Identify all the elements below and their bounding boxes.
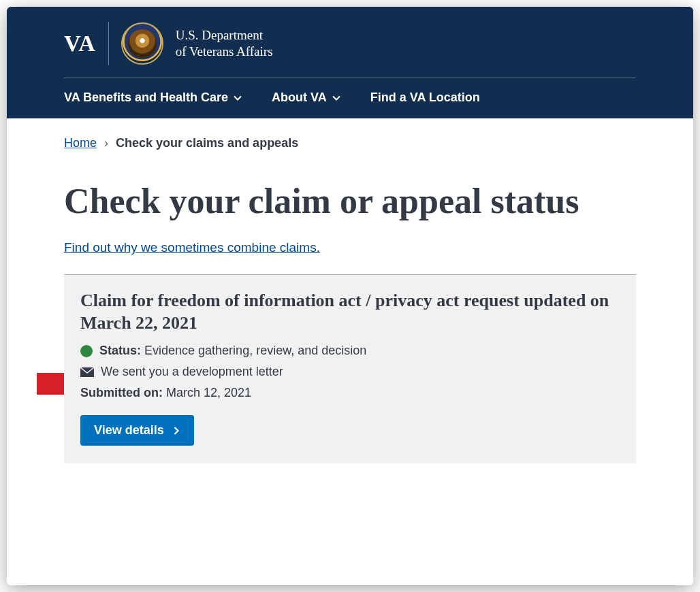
breadcrumb-separator: › [104, 136, 108, 150]
site-header: VA U.S. Department of Veterans Affairs V… [7, 7, 693, 118]
nav-item-label: About VA [272, 91, 327, 105]
nav-item-label: VA Benefits and Health Care [64, 91, 228, 105]
nav-benefits[interactable]: VA Benefits and Health Care [64, 91, 242, 105]
chevron-down-icon [332, 94, 340, 102]
breadcrumb-home-link[interactable]: Home [64, 136, 97, 150]
brand-row: VA U.S. Department of Veterans Affairs [64, 22, 636, 78]
dept-line-2: of Veterans Affairs [176, 44, 273, 60]
primary-nav: VA Benefits and Health Care About VA Fin… [64, 78, 636, 118]
department-name: U.S. Department of Veterans Affairs [176, 27, 273, 60]
main-content: Home › Check your claims and appeals Che… [57, 118, 643, 491]
page-frame: VA U.S. Department of Veterans Affairs V… [7, 7, 693, 585]
submitted-label: Submitted on: [80, 386, 163, 399]
chevron-right-icon [172, 427, 180, 435]
chevron-down-icon [234, 94, 242, 102]
claim-mail-row: We sent you a development letter [80, 365, 620, 379]
dept-line-1: U.S. Department [176, 27, 273, 44]
submitted-value: March 12, 2021 [166, 386, 251, 399]
mail-text: We sent you a development letter [101, 365, 283, 379]
nav-about[interactable]: About VA [272, 91, 340, 105]
claim-submitted-row: Submitted on: March 12, 2021 [80, 386, 620, 400]
nav-item-label: Find a VA Location [370, 91, 480, 105]
envelope-icon [80, 367, 94, 377]
claim-title: Claim for freedom of information act / p… [80, 290, 620, 334]
claim-card: Claim for freedom of information act / p… [64, 274, 636, 463]
nav-find-location[interactable]: Find a VA Location [370, 91, 480, 105]
claim-status-row: Status: Evidence gathering, review, and … [80, 344, 620, 358]
view-details-button[interactable]: View details [80, 415, 194, 446]
va-seal-icon [121, 22, 163, 65]
page-title: Check your claim or appeal status [64, 182, 636, 221]
va-logo: VA [64, 31, 96, 56]
status-dot-icon [80, 345, 93, 357]
brand-divider [108, 22, 109, 65]
status-label: Status: [99, 344, 141, 357]
button-label: View details [94, 423, 164, 438]
status-value: Evidence gathering, review, and decision [144, 344, 366, 357]
breadcrumb-current: Check your claims and appeals [116, 136, 298, 150]
breadcrumb: Home › Check your claims and appeals [64, 136, 636, 150]
combine-claims-link[interactable]: Find out why we sometimes combine claims… [64, 240, 320, 254]
